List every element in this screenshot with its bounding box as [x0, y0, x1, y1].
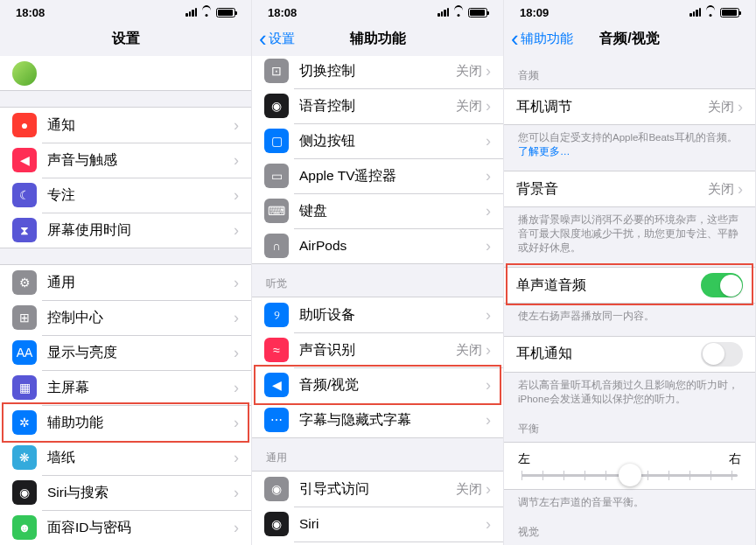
value: 关闭: [456, 481, 482, 498]
row-辅助功能快捷键[interactable]: ✲辅助功能快捷键关闭›: [252, 542, 503, 545]
balance-right-label: 右: [729, 451, 741, 467]
battery-icon: [720, 8, 739, 17]
chevron-icon: ›: [234, 379, 239, 397]
label: 键盘: [299, 202, 486, 220]
back-button[interactable]: 设置: [259, 31, 295, 47]
row-AirPods[interactable]: ∩AirPods›: [252, 228, 503, 263]
label: 引导式访问: [299, 480, 456, 499]
label: 字幕与隐藏式字幕: [299, 411, 486, 430]
learn-more-link[interactable]: 了解更多…: [518, 146, 570, 157]
toggle-headphone-notify[interactable]: [701, 342, 743, 367]
app-icon: ⌨: [264, 199, 289, 223]
chevron-icon: ›: [234, 309, 239, 327]
app-icon: ☾: [12, 183, 37, 207]
chevron-icon: ›: [738, 98, 743, 116]
status-icons: [438, 8, 487, 17]
row-mono-audio[interactable]: 单声道音频: [504, 268, 755, 303]
row-助听设备[interactable]: ୨助听设备›: [252, 297, 503, 332]
label: 侧边按钮: [299, 132, 486, 150]
row-声音与触感[interactable]: ◀声音与触感›: [0, 143, 251, 178]
label: 音频/视觉: [299, 376, 486, 395]
label: 声音识别: [299, 341, 456, 360]
label: 显示与亮度: [47, 344, 234, 362]
row-Siri[interactable]: ◉Siri›: [252, 507, 503, 542]
row-屏幕使用时间[interactable]: ⧗屏幕使用时间›: [0, 213, 251, 248]
label: 墙纸: [47, 449, 234, 467]
row-墙纸[interactable]: ❋墙纸›: [0, 440, 251, 475]
chevron-icon: ›: [486, 306, 491, 325]
row-声音识别[interactable]: ≈声音识别关闭›: [252, 332, 503, 367]
row-控制中心[interactable]: ⊞控制中心›: [0, 300, 251, 335]
row-切换控制[interactable]: ⊡切换控制关闭›: [252, 53, 503, 88]
row-专注[interactable]: ☾专注›: [0, 178, 251, 213]
app-icon: ☻: [12, 515, 37, 540]
time: 18:08: [268, 6, 297, 19]
row-引导式访问[interactable]: ◉引导式访问关闭›: [252, 472, 503, 507]
row-通用[interactable]: ⚙通用›: [0, 265, 251, 300]
row-headphone-adjust[interactable]: 耳机调节 关闭 ›: [504, 89, 755, 124]
profile-strip[interactable]: [0, 56, 251, 91]
content[interactable]: ⊡切换控制关闭›◉语音控制关闭›▢侧边按钮›▭Apple TV遥控器›⌨键盘›∩…: [252, 52, 503, 545]
page-title: 辅助功能: [350, 30, 406, 48]
balance-slider-row: 左 右: [504, 443, 755, 489]
nav-bar: 设置: [0, 21, 251, 56]
bg-sound-group: 背景音 关闭 ›: [504, 171, 755, 207]
row-主屏幕[interactable]: ▦主屏幕›: [0, 370, 251, 405]
app-icon: ◉: [12, 480, 37, 505]
row-headphone-notify[interactable]: 耳机通知: [504, 337, 755, 372]
section-header-general: 通用: [252, 438, 503, 471]
wifi-icon: [704, 8, 717, 17]
chevron-icon: ›: [486, 132, 491, 150]
settings-group-1: ●通知›◀声音与触感›☾专注›⧗屏幕使用时间›: [0, 107, 251, 248]
row-面容ID与密码[interactable]: ☻面容ID与密码›: [0, 510, 251, 545]
row-语音控制[interactable]: ◉语音控制关闭›: [252, 88, 503, 123]
row-Apple TV遥控器[interactable]: ▭Apple TV遥控器›: [252, 158, 503, 193]
value: 关闭: [456, 63, 482, 80]
footer-mono: 使左右扬声器播放同一内容。: [504, 304, 755, 335]
content[interactable]: 音频 耳机调节 关闭 › 您可以自定受支持的Apple和Beats耳机的音频。 …: [504, 56, 755, 545]
row-bg-sound[interactable]: 背景音 关闭 ›: [504, 171, 755, 206]
section-header-visual: 视觉: [504, 521, 755, 545]
balance-slider[interactable]: [522, 474, 738, 477]
row-音频/视觉[interactable]: ◀音频/视觉›: [252, 367, 503, 402]
content[interactable]: ●通知›◀声音与触感›☾专注›⧗屏幕使用时间› ⚙通用›⊞控制中心›AA显示与亮…: [0, 56, 251, 545]
label: 辅助功能: [47, 414, 234, 432]
app-icon: ⊡: [264, 59, 289, 83]
phone-audio-visual: 18:09 辅助功能 音频/视觉 音频 耳机调节 关闭 › 您可以自定受支持的A…: [504, 0, 756, 545]
label: 声音与触感: [47, 151, 234, 170]
app-icon: ●: [12, 113, 37, 137]
toggle-mono[interactable]: [701, 273, 743, 297]
row-显示与亮度[interactable]: AA显示与亮度›: [0, 335, 251, 370]
label: AirPods: [299, 238, 486, 254]
nav-bar: 设置 辅助功能: [252, 21, 503, 56]
app-icon: ✲: [12, 410, 37, 435]
row-Siri与搜索[interactable]: ◉Siri与搜索›: [0, 475, 251, 510]
app-icon: ୨: [264, 303, 289, 327]
label: 切换控制: [299, 62, 456, 80]
row-通知[interactable]: ●通知›: [0, 108, 251, 143]
app-icon: ◉: [264, 512, 289, 536]
chevron-icon: ›: [234, 449, 239, 467]
slider-thumb[interactable]: [619, 464, 641, 486]
chevron-icon: ›: [234, 344, 239, 362]
back-button[interactable]: 辅助功能: [511, 31, 573, 47]
label: 屏幕使用时间: [47, 221, 234, 240]
app-icon: ◉: [264, 477, 289, 501]
status-bar: 18:09: [504, 3, 755, 21]
chevron-icon: ›: [486, 237, 491, 255]
chevron-icon: ›: [486, 411, 491, 430]
chevron-icon: ›: [486, 376, 491, 395]
settings-group-2: ⚙通用›⊞控制中心›AA显示与亮度›▦主屏幕›✲辅助功能›❋墙纸›◉Siri与搜…: [0, 264, 251, 545]
app-icon: AA: [12, 340, 37, 365]
row-侧边按钮[interactable]: ▢侧边按钮›: [252, 123, 503, 158]
label: 通知: [47, 116, 234, 135]
row-辅助功能[interactable]: ✲辅助功能›: [0, 405, 251, 440]
balance-group: 左 右: [504, 442, 755, 490]
chevron-icon: ›: [234, 186, 239, 205]
status-bar: 18:08: [252, 3, 503, 21]
row-键盘[interactable]: ⌨键盘›: [252, 193, 503, 228]
signal-icon: [438, 8, 449, 17]
app-icon: ≈: [264, 338, 289, 362]
status-icons: [690, 8, 739, 17]
row-字幕与隐藏式字幕[interactable]: ⋯字幕与隐藏式字幕›: [252, 402, 503, 437]
